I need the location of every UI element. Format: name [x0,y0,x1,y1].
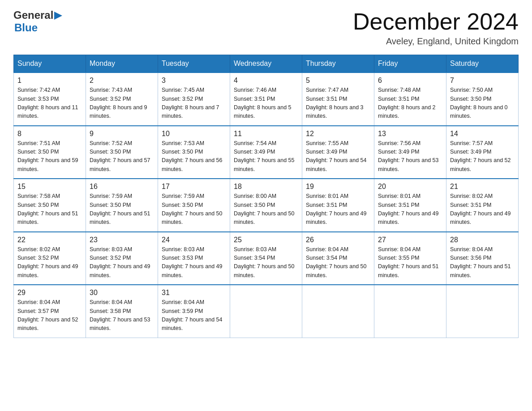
cell-week3-day1: 16 Sunrise: 7:59 AMSunset: 3:50 PMDaylig… [86,179,158,232]
calendar-table: SundayMondayTuesdayWednesdayThursdayFrid… [13,55,519,338]
cell-week1-day6: 7 Sunrise: 7:50 AMSunset: 3:50 PMDayligh… [446,73,519,126]
day-info: Sunrise: 8:04 AMSunset: 3:56 PMDaylight:… [450,246,511,278]
header-monday: Monday [86,55,158,73]
cell-week4-day1: 23 Sunrise: 8:03 AMSunset: 3:52 PMDaylig… [86,232,158,285]
day-number: 26 [306,236,370,244]
day-number: 1 [17,77,82,85]
day-number: 2 [90,77,154,85]
day-number: 21 [450,183,515,191]
cell-week4-day2: 24 Sunrise: 8:03 AMSunset: 3:53 PMDaylig… [158,232,230,285]
cell-week3-day0: 15 Sunrise: 7:58 AMSunset: 3:50 PMDaylig… [14,179,86,232]
day-info: Sunrise: 7:48 AMSunset: 3:51 PMDaylight:… [378,87,436,119]
cell-week3-day4: 19 Sunrise: 8:01 AMSunset: 3:51 PMDaylig… [302,179,374,232]
logo: General Blue [13,9,62,34]
day-info: Sunrise: 7:56 AMSunset: 3:49 PMDaylight:… [378,140,439,172]
week-row-5: 29 Sunrise: 8:04 AMSunset: 3:57 PMDaylig… [14,285,519,338]
day-info: Sunrise: 7:50 AMSunset: 3:50 PMDaylight:… [450,87,508,119]
cell-week1-day1: 2 Sunrise: 7:43 AMSunset: 3:52 PMDayligh… [86,73,158,126]
day-info: Sunrise: 7:45 AMSunset: 3:52 PMDaylight:… [162,87,219,119]
day-number: 9 [90,130,154,138]
cell-week4-day4: 26 Sunrise: 8:04 AMSunset: 3:54 PMDaylig… [302,232,374,285]
day-info: Sunrise: 7:59 AMSunset: 3:50 PMDaylight:… [162,193,223,225]
cell-week5-day6 [446,285,519,338]
cell-week1-day5: 6 Sunrise: 7:48 AMSunset: 3:51 PMDayligh… [374,73,446,126]
week-row-2: 8 Sunrise: 7:51 AMSunset: 3:50 PMDayligh… [14,126,519,179]
day-info: Sunrise: 8:01 AMSunset: 3:51 PMDaylight:… [378,193,439,225]
header-wednesday: Wednesday [230,55,302,73]
cell-week3-day3: 18 Sunrise: 8:00 AMSunset: 3:50 PMDaylig… [230,179,302,232]
cell-week5-day2: 31 Sunrise: 8:04 AMSunset: 3:59 PMDaylig… [158,285,230,338]
day-number: 24 [162,236,226,244]
day-info: Sunrise: 8:04 AMSunset: 3:58 PMDaylight:… [90,299,150,331]
cell-week3-day6: 21 Sunrise: 8:02 AMSunset: 3:51 PMDaylig… [446,179,519,232]
day-number: 18 [234,183,298,191]
day-info: Sunrise: 7:52 AMSunset: 3:50 PMDaylight:… [90,140,150,172]
weekday-header-row: SundayMondayTuesdayWednesdayThursdayFrid… [14,55,519,73]
day-number: 12 [306,130,370,138]
cell-week1-day3: 4 Sunrise: 7:46 AMSunset: 3:51 PMDayligh… [230,73,302,126]
day-number: 4 [234,77,298,85]
header-sunday: Sunday [14,55,86,73]
day-info: Sunrise: 7:42 AMSunset: 3:53 PMDaylight:… [17,87,78,119]
cell-week5-day3 [230,285,302,338]
cell-week2-day5: 13 Sunrise: 7:56 AMSunset: 3:49 PMDaylig… [374,126,446,179]
page-header: General Blue December 2024 Aveley, Engla… [13,9,519,47]
day-number: 29 [17,289,82,297]
cell-week2-day6: 14 Sunrise: 7:57 AMSunset: 3:49 PMDaylig… [446,126,519,179]
day-number: 10 [162,130,226,138]
day-number: 23 [90,236,154,244]
title-section: December 2024 Aveley, England, United Ki… [353,9,519,47]
cell-week5-day5 [374,285,446,338]
day-info: Sunrise: 8:01 AMSunset: 3:51 PMDaylight:… [306,193,367,225]
day-number: 13 [378,130,442,138]
header-saturday: Saturday [446,55,519,73]
day-info: Sunrise: 8:02 AMSunset: 3:52 PMDaylight:… [17,246,78,278]
day-info: Sunrise: 7:57 AMSunset: 3:49 PMDaylight:… [450,140,511,172]
day-info: Sunrise: 7:59 AMSunset: 3:50 PMDaylight:… [90,193,150,225]
day-number: 11 [234,130,298,138]
day-number: 31 [162,289,226,297]
cell-week2-day2: 10 Sunrise: 7:53 AMSunset: 3:50 PMDaylig… [158,126,230,179]
day-number: 30 [90,289,154,297]
day-info: Sunrise: 7:58 AMSunset: 3:50 PMDaylight:… [17,193,78,225]
day-info: Sunrise: 7:55 AMSunset: 3:49 PMDaylight:… [306,140,367,172]
cell-week5-day1: 30 Sunrise: 8:04 AMSunset: 3:58 PMDaylig… [86,285,158,338]
cell-week1-day0: 1 Sunrise: 7:42 AMSunset: 3:53 PMDayligh… [14,73,86,126]
cell-week2-day0: 8 Sunrise: 7:51 AMSunset: 3:50 PMDayligh… [14,126,86,179]
day-info: Sunrise: 7:51 AMSunset: 3:50 PMDaylight:… [17,140,78,172]
calendar-body: 1 Sunrise: 7:42 AMSunset: 3:53 PMDayligh… [14,73,519,338]
day-number: 27 [378,236,442,244]
day-number: 20 [378,183,442,191]
day-info: Sunrise: 7:46 AMSunset: 3:51 PMDaylight:… [234,87,292,119]
day-info: Sunrise: 8:04 AMSunset: 3:59 PMDaylight:… [162,299,223,331]
day-number: 22 [17,236,82,244]
cell-week4-day5: 27 Sunrise: 8:04 AMSunset: 3:55 PMDaylig… [374,232,446,285]
day-number: 15 [17,183,82,191]
day-info: Sunrise: 8:04 AMSunset: 3:54 PMDaylight:… [306,246,367,278]
month-title: December 2024 [353,9,519,34]
day-number: 28 [450,236,515,244]
cell-week2-day4: 12 Sunrise: 7:55 AMSunset: 3:49 PMDaylig… [302,126,374,179]
week-row-1: 1 Sunrise: 7:42 AMSunset: 3:53 PMDayligh… [14,73,519,126]
cell-week5-day4 [302,285,374,338]
location: Aveley, England, United Kingdom [353,36,519,47]
day-info: Sunrise: 8:02 AMSunset: 3:51 PMDaylight:… [450,193,511,225]
header-thursday: Thursday [302,55,374,73]
day-number: 16 [90,183,154,191]
cell-week1-day4: 5 Sunrise: 7:47 AMSunset: 3:51 PMDayligh… [302,73,374,126]
cell-week4-day3: 25 Sunrise: 8:03 AMSunset: 3:54 PMDaylig… [230,232,302,285]
day-info: Sunrise: 8:00 AMSunset: 3:50 PMDaylight:… [234,193,295,225]
day-number: 7 [450,77,515,85]
day-info: Sunrise: 7:43 AMSunset: 3:52 PMDaylight:… [90,87,147,119]
day-info: Sunrise: 7:47 AMSunset: 3:51 PMDaylight:… [306,87,364,119]
day-number: 19 [306,183,370,191]
logo-general: General [13,9,53,21]
day-number: 17 [162,183,226,191]
cell-week2-day1: 9 Sunrise: 7:52 AMSunset: 3:50 PMDayligh… [86,126,158,179]
day-info: Sunrise: 8:04 AMSunset: 3:57 PMDaylight:… [17,299,78,331]
logo-blue: Blue [13,21,38,34]
header-tuesday: Tuesday [158,55,230,73]
day-number: 3 [162,77,226,85]
cell-week2-day3: 11 Sunrise: 7:54 AMSunset: 3:49 PMDaylig… [230,126,302,179]
cell-week3-day2: 17 Sunrise: 7:59 AMSunset: 3:50 PMDaylig… [158,179,230,232]
